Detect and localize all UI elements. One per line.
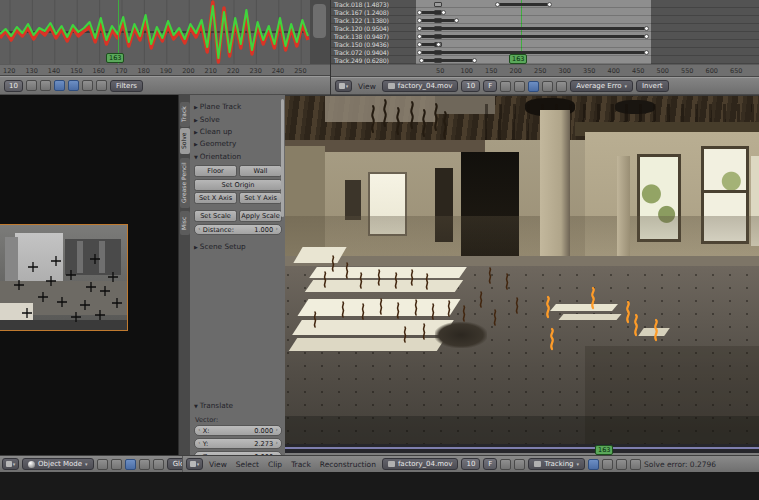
- proportional-edit-icon[interactable]: [630, 459, 641, 470]
- wall-button[interactable]: Wall: [239, 165, 282, 177]
- invert-button[interactable]: Invert: [636, 80, 669, 92]
- frame-offset-field[interactable]: 10: [461, 80, 480, 92]
- marker-display-icon[interactable]: [588, 459, 599, 470]
- keyframe-dot[interactable]: [644, 34, 649, 39]
- panel-scene-setup[interactable]: ▶Scene Setup: [194, 242, 284, 251]
- keyframe-dot[interactable]: [417, 18, 422, 23]
- track-name[interactable]: Track.120 (0.9504): [334, 25, 389, 32]
- sort-icon[interactable]: [528, 81, 539, 92]
- mode-dropdown[interactable]: Object Mode ▾: [22, 458, 94, 470]
- track-marker[interactable]: [516, 298, 517, 313]
- menu-select[interactable]: Select: [233, 460, 262, 469]
- track-marker[interactable]: [360, 273, 361, 288]
- track-marker[interactable]: [506, 274, 507, 289]
- keyframe-dot[interactable]: [417, 50, 422, 55]
- increment-arrow-icon[interactable]: ›: [275, 439, 278, 448]
- track-marker[interactable]: [314, 312, 315, 327]
- menu-view[interactable]: View: [355, 82, 379, 91]
- track-keyframe-bar[interactable]: [419, 11, 443, 15]
- track-marker[interactable]: [397, 303, 398, 318]
- track-marker[interactable]: [480, 292, 481, 307]
- menu-track[interactable]: Track: [288, 460, 314, 469]
- track-marker[interactable]: [346, 263, 347, 278]
- editor-type-icon[interactable]: ▾: [186, 458, 203, 470]
- reconstruction-cross[interactable]: [86, 282, 96, 292]
- frame-offset-field[interactable]: 10: [4, 80, 23, 92]
- camera-preview-frame[interactable]: [0, 224, 128, 331]
- track-keyframe-bar[interactable]: [419, 19, 456, 23]
- track-name[interactable]: Track.249 (0.6280): [334, 57, 389, 64]
- lock-icon[interactable]: [82, 80, 93, 91]
- reconstruction-cross[interactable]: [66, 270, 76, 280]
- reconstruction-cross[interactable]: [46, 276, 56, 286]
- reconstruction-cross[interactable]: [51, 256, 61, 266]
- track-marker[interactable]: [463, 306, 464, 321]
- track-name[interactable]: Track.072 (0.9404): [334, 49, 389, 56]
- set-x-axis-button[interactable]: Set X Axis: [194, 192, 237, 204]
- increment-arrow-icon[interactable]: ›: [275, 225, 278, 234]
- keyframe-dot[interactable]: [436, 42, 441, 47]
- pivot-point-icon[interactable]: [111, 459, 122, 470]
- graph-scrollbar[interactable]: [310, 0, 330, 64]
- track-keyframe-bar[interactable]: [419, 27, 646, 31]
- pin-icon[interactable]: [500, 459, 511, 470]
- selected-track-marker[interactable]: [635, 315, 637, 335]
- clip-mode-dropdown[interactable]: Tracking ▾: [528, 458, 585, 470]
- keyframe-dot[interactable]: [495, 2, 500, 7]
- filters-button[interactable]: Filters: [110, 80, 143, 92]
- track-row[interactable]: Track.150 (0.9436): [331, 40, 759, 48]
- tab-misc[interactable]: Misc: [180, 211, 190, 235]
- track-row[interactable]: Track.122 (1.1380): [331, 16, 759, 24]
- menu-reconstruction[interactable]: Reconstruction: [317, 460, 379, 469]
- manipulator-scale-icon[interactable]: [153, 459, 164, 470]
- keyframe-dot[interactable]: [644, 50, 649, 55]
- reconstruction-cross[interactable]: [108, 272, 118, 282]
- track-name[interactable]: Track.150 (0.9436): [334, 41, 389, 48]
- selected-track-marker[interactable]: [592, 288, 594, 308]
- fake-user-button[interactable]: F: [483, 458, 497, 470]
- track-name[interactable]: Track.122 (1.1380): [334, 17, 389, 24]
- track-marker[interactable]: [404, 327, 405, 342]
- keyframe-dot[interactable]: [417, 26, 422, 31]
- reconstruction-cross[interactable]: [90, 254, 100, 264]
- keyframe-dot[interactable]: [417, 10, 422, 15]
- track-row[interactable]: Track.138 (0.9487): [331, 32, 759, 40]
- hide-icon[interactable]: [542, 81, 553, 92]
- tab-grease-pencil[interactable]: Grease Pencil: [180, 158, 190, 208]
- reconstruction-cross[interactable]: [57, 297, 67, 307]
- ghost-icon[interactable]: [96, 80, 107, 91]
- track-marker[interactable]: [362, 304, 363, 319]
- apply-scale-button[interactable]: Apply Scale: [239, 210, 282, 222]
- selected-track-marker[interactable]: [551, 329, 553, 349]
- viewport-shading-icon[interactable]: [97, 459, 108, 470]
- filter-icon[interactable]: [556, 81, 567, 92]
- viewport-3d[interactable]: [0, 95, 178, 455]
- translate-y-field[interactable]: ‹ Y: 2.273 ›: [194, 438, 282, 449]
- set-scale-button[interactable]: Set Scale: [194, 210, 237, 222]
- show-red-channel-icon[interactable]: [54, 80, 65, 91]
- track-marker[interactable]: [426, 274, 427, 289]
- selected-track-marker[interactable]: [547, 297, 549, 317]
- track-row[interactable]: Track.249 (0.6280): [331, 56, 759, 64]
- clip-footage[interactable]: [285, 96, 759, 444]
- track-row[interactable]: Track.018 (1.4873): [331, 0, 759, 8]
- editor-type-icon[interactable]: ▾: [335, 80, 352, 92]
- tab-track[interactable]: Track: [180, 102, 190, 127]
- camera-icon[interactable]: [434, 2, 442, 7]
- mute-icon[interactable]: [616, 459, 627, 470]
- tab-solve[interactable]: Solve: [180, 128, 190, 154]
- track-name[interactable]: Track.167 (1.2408): [334, 9, 389, 16]
- track-marker[interactable]: [332, 256, 333, 271]
- track-row[interactable]: Track.072 (0.9404): [331, 48, 759, 56]
- track-marker[interactable]: [432, 304, 433, 319]
- panel-translate[interactable]: ▼Translate: [194, 401, 284, 410]
- tool-shelf-scrollbar[interactable]: [281, 99, 284, 217]
- track-marker[interactable]: [489, 268, 490, 283]
- fake-user-button[interactable]: F: [483, 80, 497, 92]
- scroll-handle[interactable]: [313, 4, 326, 38]
- keyframe-dot[interactable]: [417, 42, 422, 47]
- clip-icon-button[interactable]: [26, 80, 37, 91]
- track-marker[interactable]: [395, 273, 396, 288]
- set-y-axis-button[interactable]: Set Y Axis: [239, 192, 282, 204]
- track-name[interactable]: Track.018 (1.4873): [334, 1, 389, 8]
